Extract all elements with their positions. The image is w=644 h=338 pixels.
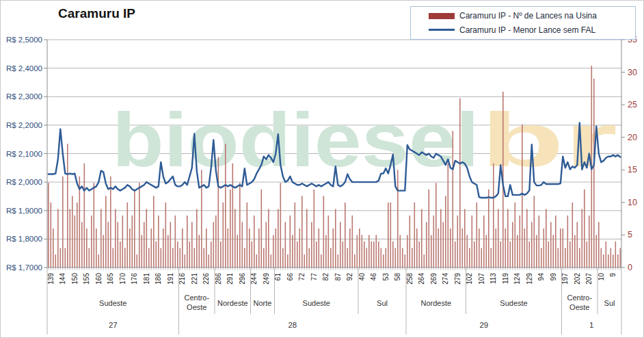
svg-text:1: 1 — [589, 321, 593, 329]
svg-text:Centro-: Centro- — [567, 294, 592, 302]
svg-text:296: 296 — [239, 273, 246, 285]
line-series-swatch — [429, 29, 455, 31]
svg-text:Sul: Sul — [377, 299, 388, 307]
svg-text:226: 226 — [202, 273, 210, 285]
svg-text:181: 181 — [143, 273, 150, 285]
svg-text:155: 155 — [83, 273, 90, 285]
svg-text:165: 165 — [107, 273, 114, 285]
svg-text:144: 144 — [59, 273, 66, 285]
svg-text:191: 191 — [167, 273, 174, 285]
svg-text:72: 72 — [298, 273, 306, 281]
svg-text:R$ 2,5000: R$ 2,5000 — [6, 36, 42, 44]
svg-text:216: 216 — [178, 273, 186, 285]
svg-text:274: 274 — [442, 273, 449, 285]
svg-text:99: 99 — [550, 273, 557, 281]
svg-text:286: 286 — [215, 273, 222, 285]
svg-text:170: 170 — [119, 273, 126, 285]
svg-text:61: 61 — [274, 273, 282, 281]
legend-line-label: Caramuru IP - Menor Lance sem FAL — [459, 25, 595, 35]
svg-text:279: 279 — [454, 273, 461, 285]
svg-text:160: 160 — [95, 273, 103, 285]
svg-text:15: 15 — [628, 165, 637, 174]
watermark: biodieselbr — [112, 97, 617, 183]
legend-item-bars: Caramuru IP - Nº de Lances na Usina — [411, 11, 635, 21]
svg-text:53: 53 — [382, 273, 390, 281]
legend-bar-label: Caramuru IP - Nº de Lances na Usina — [459, 11, 597, 21]
svg-text:20: 20 — [628, 133, 637, 142]
svg-text:29: 29 — [479, 321, 488, 329]
bar-series-swatch — [429, 13, 455, 19]
svg-text:46: 46 — [370, 273, 377, 281]
svg-text:119: 119 — [502, 273, 509, 284]
svg-text:27: 27 — [109, 321, 118, 329]
svg-text:Sudeste: Sudeste — [99, 299, 126, 307]
svg-text:221: 221 — [191, 273, 198, 285]
svg-text:150: 150 — [71, 273, 79, 285]
svg-text:77: 77 — [310, 273, 318, 281]
svg-text:0: 0 — [628, 263, 632, 272]
svg-text:R$ 1,9000: R$ 1,9000 — [6, 207, 42, 215]
svg-text:28: 28 — [288, 321, 297, 329]
svg-text:291: 291 — [226, 273, 234, 285]
svg-text:264: 264 — [418, 273, 425, 285]
svg-text:258: 258 — [406, 273, 414, 285]
svg-text:269: 269 — [430, 273, 438, 285]
svg-text:66: 66 — [286, 273, 294, 281]
svg-text:107: 107 — [478, 273, 485, 285]
svg-text:R$ 2,2000: R$ 2,2000 — [6, 121, 42, 129]
svg-text:87: 87 — [334, 273, 342, 281]
chart-frame[interactable]: Caramuru IP Caramuru IP - Nº de Lances n… — [0, 0, 644, 338]
svg-text:113: 113 — [489, 273, 497, 284]
svg-text:129: 129 — [526, 273, 533, 285]
svg-text:102: 102 — [466, 273, 473, 285]
region-labels: SudesteCentro-OesteNordesteNorteSudesteS… — [99, 294, 615, 311]
svg-text:207: 207 — [585, 273, 593, 285]
combo-chart: R$ 1,7000R$ 1,8000R$ 1,9000R$ 2,0000R$ 2… — [1, 1, 644, 338]
svg-text:R$ 2,1000: R$ 2,1000 — [6, 150, 42, 158]
svg-text:Oeste: Oeste — [569, 303, 589, 311]
svg-text:R$ 2,0000: R$ 2,0000 — [6, 178, 42, 186]
svg-text:Norte: Norte — [254, 299, 272, 307]
svg-text:R$ 2,4000: R$ 2,4000 — [6, 64, 42, 73]
svg-text:176: 176 — [131, 273, 138, 285]
svg-text:92: 92 — [346, 273, 353, 281]
svg-text:202: 202 — [574, 273, 581, 285]
svg-text:197: 197 — [561, 273, 569, 285]
legend: Caramuru IP - Nº de Lances na Usina Cara… — [410, 6, 636, 40]
svg-text:Sudeste: Sudeste — [303, 299, 330, 307]
svg-text:R$ 2,3000: R$ 2,3000 — [6, 92, 42, 101]
svg-text:Nordeste: Nordeste — [217, 299, 248, 307]
x-axis-ticks — [49, 268, 621, 270]
svg-text:Sul: Sul — [604, 299, 615, 307]
svg-text:R$ 1,8000: R$ 1,8000 — [6, 235, 42, 243]
svg-text:Centro-: Centro- — [184, 294, 209, 302]
svg-text:249: 249 — [263, 273, 270, 285]
svg-text:40: 40 — [358, 273, 366, 281]
chart-title: Caramuru IP — [58, 6, 135, 21]
period-labels: 2728291 — [109, 321, 594, 329]
svg-text:R$ 1,7000: R$ 1,7000 — [6, 263, 42, 272]
svg-text:186: 186 — [155, 273, 162, 285]
legend-item-line: Caramuru IP - Menor Lance sem FAL — [411, 25, 635, 35]
svg-text:244: 244 — [250, 273, 258, 285]
svg-text:58: 58 — [394, 273, 401, 281]
svg-text:Sudeste: Sudeste — [500, 299, 527, 307]
svg-text:25: 25 — [628, 100, 637, 109]
svg-text:Oeste: Oeste — [187, 303, 206, 311]
svg-text:10: 10 — [598, 273, 605, 281]
svg-text:124: 124 — [513, 273, 521, 285]
svg-text:30: 30 — [628, 68, 637, 77]
svg-text:Nordeste: Nordeste — [420, 299, 451, 307]
svg-text:5: 5 — [628, 230, 632, 239]
svg-text:139: 139 — [47, 273, 55, 285]
svg-text:82: 82 — [322, 273, 330, 281]
svg-text:9: 9 — [609, 273, 617, 277]
svg-text:94: 94 — [537, 273, 545, 281]
x-axis-labels: 1391441501551601651701761811861912162212… — [47, 273, 617, 285]
svg-text:10: 10 — [628, 198, 637, 207]
